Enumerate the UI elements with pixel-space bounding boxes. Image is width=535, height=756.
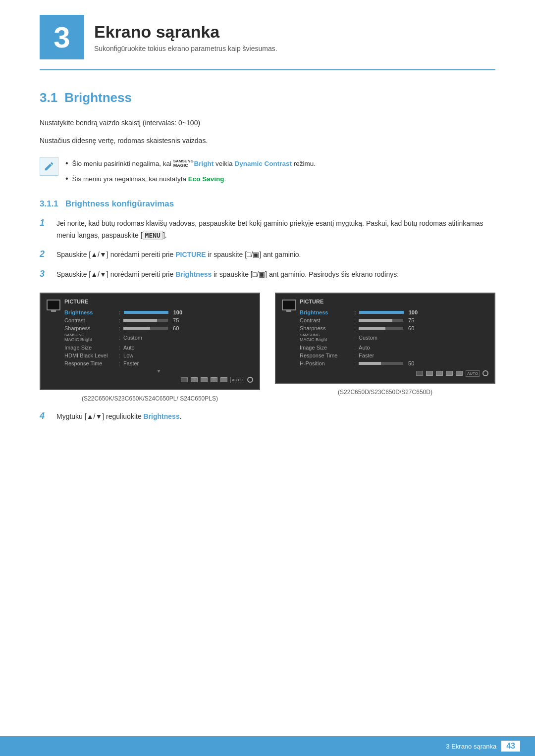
note1-text: Šio meniu pasirinkti negalima, kai SAMSU…: [72, 158, 316, 169]
menu-item-response-left: Response Time : Faster: [64, 359, 253, 367]
menu-item-response-right: Response Time : Faster: [300, 352, 488, 359]
subsection-3-1-1-heading: 3.1.1 Brightness konfigūravimas: [40, 199, 495, 209]
section-body1: Nustatykite bendrą vaizdo skaistį (inter…: [40, 117, 495, 129]
chapter-title: Ekrano sąranka: [94, 22, 277, 42]
chapter-subtitle: Sukonfigūruokite tokius ekrano parametru…: [94, 45, 277, 52]
chapter-number: 3: [40, 15, 84, 59]
monitor-left-screen: PICTURE Brightness : 100: [40, 293, 260, 390]
step-4-text: Mygtuku [▲/▼] reguliuokite Brightness.: [56, 411, 182, 423]
monitor-screenshots: PICTURE Brightness : 100: [40, 293, 495, 403]
monitor-right-caption: (S22C650D/S23C650D/S27C650D): [338, 388, 432, 397]
step-1-text: Jei norite, kad būtų rodomas klavišų vad…: [56, 218, 495, 242]
step-2-text: Spauskite [▲/▼] norėdami pereiti prie PI…: [56, 249, 301, 261]
footer-page-number: 43: [501, 741, 520, 752]
footer-text: 3 Ekrano sąranka: [446, 743, 496, 750]
step-2: 2 Spauskite [▲/▼] norėdami pereiti prie …: [40, 249, 495, 261]
monitor-left-block: PICTURE Brightness : 100: [40, 293, 260, 403]
menu-item-sharpness-left: Sharpness : 60: [64, 324, 253, 332]
section-3-1-heading: 3.1 Brightness: [40, 90, 495, 105]
note2-text: Šis meniu yra negalimas, kai nustatyta E…: [72, 174, 226, 185]
note-icon: [40, 157, 58, 176]
subsection-title-text: Brightness konfigūravimas: [65, 199, 174, 208]
menu-item-magic-bright-left: SAMSUNG MAGIC Bright : Custom: [64, 332, 253, 344]
menu-item-contrast-left: Contrast : 75: [64, 316, 253, 324]
monitor-right-screen: PICTURE Brightness : 100: [275, 293, 495, 384]
menu-item-hdmi-left: HDMI Black Level : Low: [64, 352, 253, 359]
menu-item-brightness-right: Brightness : 100: [300, 308, 488, 316]
step-4-number: 4: [40, 411, 50, 421]
step-3-number: 3: [40, 269, 50, 279]
note-lines: Šio meniu pasirinkti negalima, kai SAMSU…: [65, 157, 316, 185]
subsection-number: 3.1.1: [40, 199, 58, 208]
monitor-right-block: PICTURE Brightness : 100: [275, 293, 495, 403]
menu-item-h-position-right: H-Position : 50: [300, 359, 488, 367]
step-3-text: Spauskite [▲/▼] norėdami pereiti prie Br…: [56, 269, 399, 281]
step-4: 4 Mygtuku [▲/▼] reguliuokite Brightness.: [40, 411, 495, 423]
note-line-2: Šis meniu yra negalimas, kai nustatyta E…: [65, 172, 316, 185]
section-body2: Nustačius didesnę vertę, rodomas skaiste…: [40, 135, 495, 147]
menu-item-image-size-left: Image Size : Auto: [64, 344, 253, 352]
note-box: Šio meniu pasirinkti negalima, kai SAMSU…: [40, 157, 495, 185]
monitor-left-caption: (S22C650K/S23C650K/S24C650PL/ S24C650PLS…: [82, 394, 218, 403]
menu-item-image-size-right: Image Size : Auto: [300, 344, 488, 352]
page-footer: 3 Ekrano sąranka 43: [0, 736, 535, 756]
menu-item-contrast-right: Contrast : 75: [300, 316, 488, 324]
note-line-1: Šio meniu pasirinkti negalima, kai SAMSU…: [65, 157, 316, 170]
step-3: 3 Spauskite [▲/▼] norėdami pereiti prie …: [40, 269, 495, 281]
step-1-number: 1: [40, 218, 50, 228]
menu-item-sharpness-right: Sharpness : 60: [300, 324, 488, 332]
chapter-header: 3 Ekrano sąranka Sukonfigūruokite tokius…: [40, 0, 495, 70]
menu-item-brightness-left: Brightness : 100: [64, 308, 253, 316]
menu-key: MENU: [143, 231, 163, 240]
section-title-text: Brightness: [64, 90, 132, 105]
section-number: 3.1: [40, 90, 57, 105]
screen-right-title: PICTURE: [300, 299, 488, 304]
screen-left-title: PICTURE: [64, 299, 253, 304]
bottom-bar-left: AUTO: [64, 377, 253, 383]
menu-item-magic-bright-right: SAMSUNG MAGIC Bright : Custom: [300, 332, 488, 344]
step-2-number: 2: [40, 249, 50, 259]
bottom-bar-right: AUTO: [300, 370, 488, 377]
step-1: 1 Jei norite, kad būtų rodomas klavišų v…: [40, 218, 495, 242]
